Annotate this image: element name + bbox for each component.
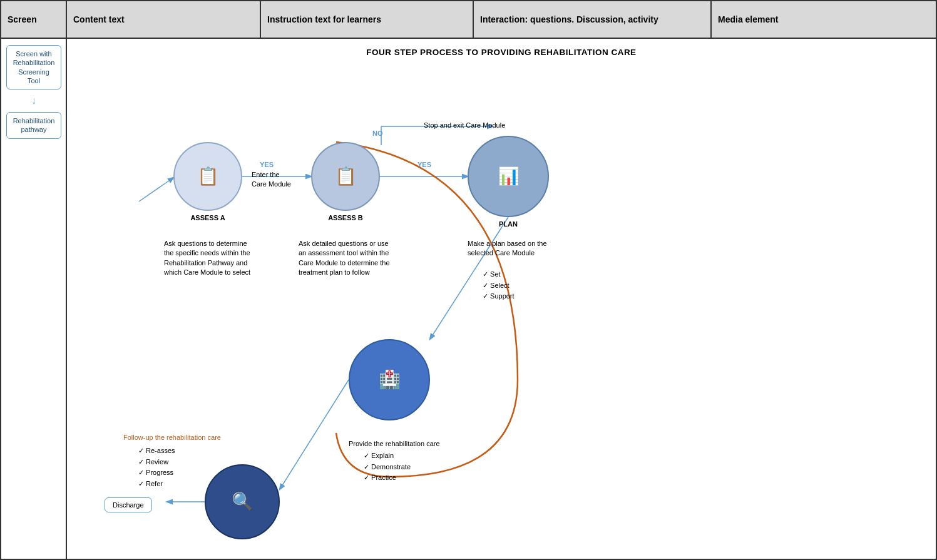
header-row: Screen Content text Instruction text for… [1, 1, 936, 39]
header-media: Media element [712, 1, 849, 38]
deliver-list: Explain Demonstrate Practice [361, 451, 411, 484]
monitor-list-item-3: Progress [138, 467, 175, 479]
screen-with-tool-box: Screen with Rehabilitation Screening Too… [6, 45, 61, 89]
enter-care-label: Enter theCare Module [252, 170, 291, 190]
plan-label: PLAN [468, 220, 549, 228]
assess-b-label: ASSESS B [311, 214, 380, 221]
deliver-list-item-1: Explain [364, 451, 411, 462]
assess-a-circle: 📋 [173, 142, 242, 211]
deliver-list-item-2: Demonstrate [364, 462, 411, 473]
yes1-label: YES [260, 161, 274, 168]
diagram-title: FOUR STEP PROCESS TO PROVIDING REHABILIT… [67, 39, 936, 57]
plan-icon: 📊 [498, 166, 520, 186]
plan-list-item-3: Support [483, 291, 515, 302]
yes2-label: YES [417, 161, 431, 168]
down-arrow-icon: ↓ [6, 96, 61, 106]
monitor-list: Re-asses Review Progress Refer [136, 445, 175, 489]
deliver-care-label: DELIVERCARE [349, 424, 430, 439]
discharge-box: Discharge [105, 497, 152, 512]
header-interaction: Interaction: questions. Discussion, acti… [474, 1, 712, 38]
no-label: NO [372, 130, 383, 137]
monitor-icon: 🔍 [232, 491, 253, 512]
header-instruction: Instruction text for learners [261, 1, 474, 38]
svg-line-0 [139, 178, 173, 201]
deliver-desc: Provide the rehabilitation care [349, 439, 440, 449]
assess-b-circle: 📋 [311, 142, 380, 211]
left-column: Screen with Rehabilitation Screening Too… [1, 39, 67, 559]
main-diagram: FOUR STEP PROCESS TO PROVIDING REHABILIT… [67, 39, 936, 559]
main-table: Screen Content text Instruction text for… [0, 0, 937, 560]
monitor-desc: Follow-up the rehabilitation care [123, 433, 221, 442]
monitor-list-item-2: Review [138, 457, 175, 468]
monitor-list-item-4: Refer [138, 479, 175, 490]
header-content: Content text [67, 1, 261, 38]
deliver-icon: 🏥 [379, 369, 401, 390]
assess-a-label: ASSESS A [173, 214, 242, 221]
rehab-pathway-box: Rehabilitation pathway [6, 112, 61, 139]
assess-a-desc: Ask questions to determinethe specific n… [164, 239, 250, 278]
assess-a-icon: 📋 [197, 166, 219, 186]
plan-desc: Make a plan based on theselected Care Mo… [468, 239, 547, 258]
assess-b-icon: 📋 [335, 166, 357, 186]
svg-line-6 [280, 380, 349, 489]
monitor-list-item-1: Re-asses [138, 445, 175, 457]
header-screen: Screen [1, 1, 67, 38]
plan-list-item-1: Set [483, 269, 515, 280]
assess-b-desc: Ask detailed questions or usean assessme… [299, 239, 390, 278]
content-row: Screen with Rehabilitation Screening Too… [1, 39, 936, 559]
deliver-care-circle: 🏥 [349, 339, 430, 420]
stop-exit-label: Stop and exit Care Module [424, 121, 505, 129]
monitor-circle: 🔍 [205, 464, 280, 539]
plan-list: Set Select Support [480, 269, 515, 302]
deliver-list-item-3: Practice [364, 472, 411, 484]
plan-circle: 📊 [468, 136, 549, 217]
plan-list-item-2: Select [483, 280, 515, 292]
monitor-label: MONITOR [205, 542, 280, 550]
